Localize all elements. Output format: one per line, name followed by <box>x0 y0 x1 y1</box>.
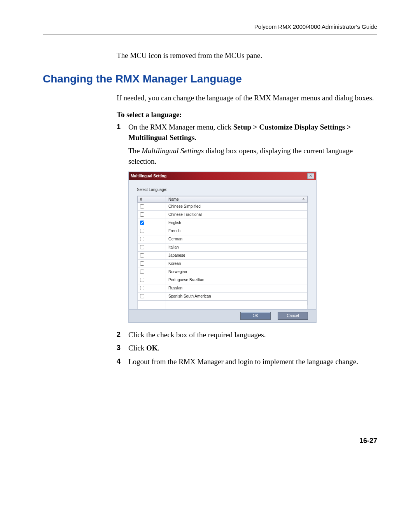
language-checkbox[interactable] <box>140 229 144 233</box>
language-checkbox-cell <box>138 268 166 276</box>
language-row: Italian <box>138 243 308 251</box>
language-row: German <box>138 235 308 243</box>
step-text: Click the check box of the required lang… <box>128 331 266 339</box>
dialog-body: Select Language: # Name∠ Chinese Simplif… <box>129 180 316 309</box>
language-checkbox-cell <box>138 219 166 227</box>
language-checkbox[interactable] <box>140 212 144 217</box>
multilingual-settings-dialog: Multilingual Setting ✕ Select Language: … <box>128 172 317 323</box>
step-text: Logout from the RMX Manager and login to… <box>128 357 358 366</box>
language-row: French <box>138 227 308 235</box>
step-text: . <box>158 344 159 352</box>
col-header-name[interactable]: Name∠ <box>166 196 308 202</box>
language-checkbox[interactable] <box>140 245 144 249</box>
language-name-cell: Chinese Traditional <box>166 210 308 219</box>
language-checkbox[interactable] <box>140 270 144 274</box>
language-row: Portuguese Brazilian <box>138 276 308 284</box>
step-4: 4 Logout from the RMX Manager and login … <box>117 357 377 367</box>
language-name-cell: French <box>166 227 308 235</box>
ok-button[interactable]: OK <box>240 312 271 320</box>
language-checkbox[interactable] <box>140 261 144 266</box>
step-3: 3 Click OK. <box>117 343 377 354</box>
close-icon[interactable]: ✕ <box>307 173 314 179</box>
language-row: Spanish South American <box>138 292 308 300</box>
language-row: Russian <box>138 284 308 292</box>
language-checkbox[interactable] <box>140 294 144 298</box>
text-italic: Multilingual Settings <box>142 147 204 155</box>
language-name-cell: Spanish South American <box>166 292 308 300</box>
language-name-cell: Portuguese Brazilian <box>166 276 308 284</box>
language-checkbox[interactable] <box>140 204 144 208</box>
language-checkbox-cell <box>138 202 166 210</box>
step-text: . <box>195 133 197 142</box>
language-checkbox-cell <box>138 210 166 219</box>
step-1-followup: The Multilingual Settings dialog box ope… <box>128 146 377 166</box>
language-name-cell: Chinese Simplified <box>166 202 308 210</box>
language-checkbox[interactable] <box>140 278 144 282</box>
sort-asc-icon: ∠ <box>302 197 305 201</box>
language-name-cell: Russian <box>166 284 308 292</box>
procedure-subheading: To select a language: <box>117 110 377 119</box>
section-intro: If needed, you can change the language o… <box>117 93 377 103</box>
language-name-cell: Italian <box>166 243 308 251</box>
language-row: Chinese Traditional <box>138 210 308 219</box>
language-table: # Name∠ Chinese SimplifiedChinese Tradit… <box>137 196 308 322</box>
language-table-container: # Name∠ Chinese SimplifiedChinese Tradit… <box>137 196 308 305</box>
col-header-checkbox[interactable]: # <box>138 196 166 202</box>
language-checkbox[interactable] <box>140 221 144 225</box>
language-name-cell: German <box>166 235 308 243</box>
language-name-cell: Korean <box>166 259 308 268</box>
language-checkbox-cell <box>138 284 166 292</box>
header-rule <box>43 34 377 35</box>
text: The <box>128 147 142 155</box>
select-language-label: Select Language: <box>137 187 308 192</box>
language-name-cell: Japanese <box>166 251 308 259</box>
language-checkbox-cell <box>138 235 166 243</box>
language-row: Chinese Simplified <box>138 202 308 210</box>
dialog-footer: OK Cancel <box>129 309 316 322</box>
language-checkbox[interactable] <box>140 253 144 258</box>
step-2: 2 Click the check box of the required la… <box>117 330 377 340</box>
language-checkbox-cell <box>138 243 166 251</box>
intro-paragraph: The MCU icon is removed from the MCUs pa… <box>117 51 377 61</box>
dialog-titlebar: Multilingual Setting ✕ <box>129 172 316 180</box>
step-text: Click <box>128 344 146 352</box>
language-checkbox-cell <box>138 259 166 268</box>
step-number: 4 <box>117 357 121 366</box>
step-number: 1 <box>117 122 121 132</box>
step-text-bold: OK <box>146 344 158 352</box>
language-checkbox[interactable] <box>140 237 144 241</box>
language-name-cell: English <box>166 219 308 227</box>
page-number: 16-27 <box>43 437 377 445</box>
language-row: Korean <box>138 259 308 268</box>
language-row: Japanese <box>138 251 308 259</box>
col-header-name-text: Name <box>168 197 179 201</box>
language-row: English <box>138 219 308 227</box>
language-checkbox-cell <box>138 227 166 235</box>
step-number: 3 <box>117 343 121 353</box>
step-1: 1 On the RMX Manager menu, click Setup >… <box>117 122 377 143</box>
section-heading: Changing the RMX Manager Language <box>43 73 377 85</box>
step-number: 2 <box>117 330 121 340</box>
cancel-button[interactable]: Cancel <box>278 312 308 320</box>
doc-header: Polycom RMX 2000/4000 Administrator's Gu… <box>43 23 377 30</box>
language-name-cell: Norwegian <box>166 268 308 276</box>
language-checkbox-cell <box>138 292 166 300</box>
language-checkbox[interactable] <box>140 286 144 290</box>
step-text: On the RMX Manager menu, click <box>128 123 233 131</box>
language-checkbox-cell <box>138 276 166 284</box>
dialog-title: Multilingual Setting <box>131 174 166 178</box>
language-checkbox-cell <box>138 251 166 259</box>
language-row: Norwegian <box>138 268 308 276</box>
